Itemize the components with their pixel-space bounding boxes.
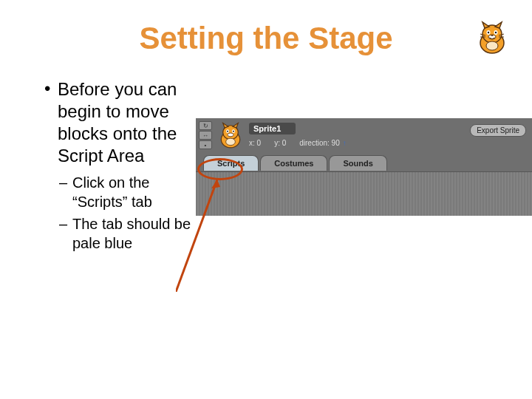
rotate-free-icon[interactable]: ↻ — [199, 121, 212, 130]
svg-point-8 — [486, 41, 498, 50]
svg-point-13 — [227, 131, 228, 132]
rotate-flip-icon[interactable]: ↔ — [199, 131, 212, 140]
script-area[interactable] — [196, 171, 532, 216]
sprite-info-row: x: 0 y: 0 direction: 90↑ — [249, 139, 347, 147]
tab-sounds[interactable]: Sounds — [329, 155, 386, 171]
sprite-y: y: 0 — [274, 139, 286, 147]
direction-arrow-icon: ↑ — [343, 139, 347, 147]
sprite-direction: direction: 90↑ — [299, 139, 346, 147]
dash-marker: – — [59, 214, 72, 253]
svg-point-16 — [226, 138, 236, 146]
sprite-name-field[interactable]: Sprite1 — [249, 123, 296, 134]
bullet-main: • Before you can begin to move blocks on… — [44, 78, 192, 167]
text-column: • Before you can begin to move blocks on… — [44, 78, 192, 253]
scratch-cat-logo — [474, 21, 510, 56]
dash-marker: – — [59, 173, 72, 211]
svg-point-4 — [488, 32, 489, 33]
tab-scripts[interactable]: Scripts — [203, 155, 259, 171]
bullet-marker: • — [44, 78, 58, 167]
export-sprite-button[interactable]: Export Sprite — [470, 124, 526, 137]
sub-bullet-1: – Click on the “Scripts” tab — [59, 173, 192, 211]
sprite-thumbnail[interactable] — [216, 122, 245, 150]
bullet-main-text: Before you can begin to move blocks onto… — [58, 78, 192, 167]
sprite-x: x: 0 — [249, 139, 261, 147]
svg-point-7 — [491, 35, 494, 36]
rotate-none-icon[interactable]: • — [199, 140, 212, 149]
sub-bullet-2-text: The tab should be pale blue — [72, 214, 192, 253]
rotation-style-buttons: ↻ ↔ • — [199, 121, 214, 150]
slide-title: Setting the Stage — [0, 0, 532, 56]
svg-point-15 — [228, 133, 233, 137]
sub-bullet-1-text: Click on the “Scripts” tab — [72, 173, 192, 211]
scratch-screenshot: ↻ ↔ • Sprite1 x: 0 y: 0 direction — [196, 118, 532, 216]
sub-bullet-2: – The tab should be pale blue — [59, 214, 192, 253]
tab-row: Scripts Costumes Sounds — [203, 155, 387, 171]
tab-costumes[interactable]: Costumes — [260, 155, 327, 171]
sprite-header: ↻ ↔ • Sprite1 x: 0 y: 0 direction — [196, 118, 532, 155]
svg-point-14 — [233, 131, 234, 132]
svg-point-5 — [495, 32, 497, 33]
